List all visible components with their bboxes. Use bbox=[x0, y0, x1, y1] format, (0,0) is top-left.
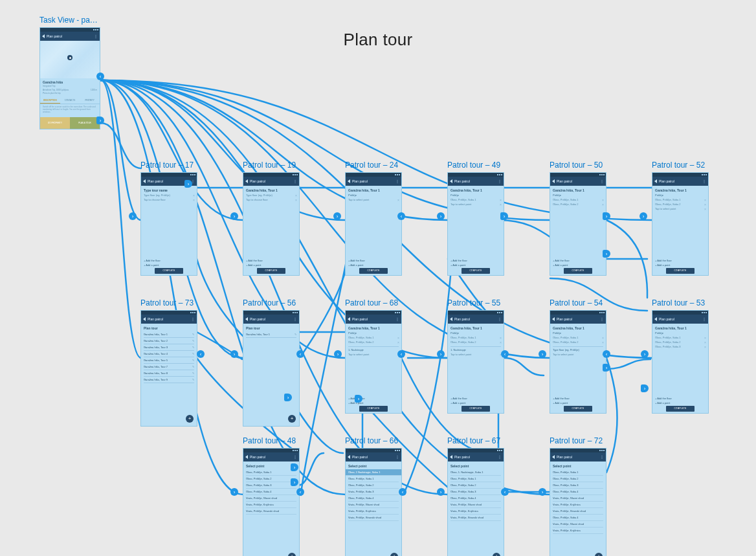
complete-button[interactable]: COMPLETE bbox=[257, 268, 285, 274]
fab-add-button[interactable]: + bbox=[595, 553, 603, 556]
menu-icon[interactable]: ⋮ bbox=[395, 179, 399, 183]
complete-button[interactable]: COMPLETE bbox=[155, 268, 183, 274]
connection-port[interactable] bbox=[96, 117, 104, 124]
select-item[interactable]: Vrata, Pritličje, Stranski vhod bbox=[348, 515, 399, 521]
fab-add-button[interactable]: + bbox=[288, 553, 296, 556]
connection-port[interactable] bbox=[397, 212, 405, 220]
field-row[interactable]: Tap to select point bbox=[348, 198, 399, 201]
menu-icon[interactable]: ⋮ bbox=[94, 34, 98, 38]
select-item[interactable]: Okno, Pritličje, Soba 2 bbox=[450, 482, 501, 489]
field-row[interactable]: Okno, Pritličje, Soba 2 bbox=[655, 340, 706, 344]
back-icon[interactable] bbox=[450, 179, 452, 183]
add-point-link[interactable]: + Add a point bbox=[553, 263, 603, 267]
connection-port[interactable] bbox=[603, 212, 610, 220]
connection-port[interactable] bbox=[230, 488, 238, 496]
connection-port[interactable] bbox=[437, 212, 445, 220]
menu-icon[interactable]: ⋮ bbox=[395, 317, 399, 321]
edit-icon[interactable]: ✎ bbox=[192, 378, 194, 381]
complete-button[interactable]: COMPLETE bbox=[461, 406, 490, 412]
menu-icon[interactable]: ⋮ bbox=[702, 317, 706, 321]
mobile-screen[interactable]: Plan patrol⋮ Garažna hiša, Tour 1Pritlič… bbox=[447, 310, 504, 414]
field-row[interactable]: Tap to choose floor bbox=[144, 198, 194, 201]
action-button-right[interactable]: PLAN A TOUR bbox=[70, 117, 100, 129]
field-row[interactable]: Type floor (eg. Pritličje) bbox=[246, 194, 296, 197]
add-floor-link[interactable]: + Add the floor bbox=[450, 397, 501, 400]
list-item[interactable]: Garažna hiša, Tour 7✎ bbox=[144, 364, 194, 370]
field-row[interactable]: Okno, Pritličje, Soba 2 bbox=[553, 340, 603, 344]
edit-icon[interactable]: ✎ bbox=[192, 352, 194, 355]
select-item[interactable]: Vrata, Pritličje, Soba 3 bbox=[348, 489, 399, 495]
add-point-link[interactable]: + Add a point bbox=[553, 401, 603, 405]
select-item[interactable]: Okno, 1. Nadstropje, Soba 1 bbox=[450, 469, 501, 476]
add-point-link[interactable]: + Add a point bbox=[655, 263, 706, 267]
connection-port[interactable] bbox=[296, 350, 304, 358]
select-item[interactable]: Okno, Pritličje, Soba 4 bbox=[553, 515, 603, 521]
select-item[interactable]: Okno, Pritličje, Soba 2 bbox=[348, 482, 399, 489]
connection-port[interactable] bbox=[284, 394, 292, 401]
select-item[interactable]: Vrata, Pritličje, Glavni vhod bbox=[553, 495, 603, 502]
add-floor-link[interactable]: + Add the floor bbox=[553, 397, 603, 400]
connection-port[interactable] bbox=[539, 350, 546, 358]
list-item[interactable]: Garažna hiša, Tour 8✎ bbox=[144, 370, 194, 377]
menu-icon[interactable]: ⋮ bbox=[600, 317, 604, 321]
menu-icon[interactable]: ⋮ bbox=[293, 179, 297, 183]
mobile-screen[interactable]: Plan patrol⋮ Garažna hiša, Tour 1Pritlič… bbox=[652, 172, 709, 276]
connection-port[interactable] bbox=[639, 212, 647, 220]
back-icon[interactable] bbox=[245, 455, 248, 459]
select-item[interactable]: Okno, Pritličje, Soba 2 bbox=[246, 476, 296, 482]
select-item[interactable]: Okno, Pritličje, Soba 4 bbox=[450, 495, 501, 502]
field-row[interactable]: Okno, Pritličje, Soba 3 bbox=[655, 345, 706, 348]
connection-port[interactable] bbox=[96, 72, 104, 80]
tab-priority[interactable]: PRIORITY bbox=[80, 98, 100, 104]
connection-port[interactable] bbox=[184, 180, 192, 188]
complete-button[interactable]: COMPLETE bbox=[666, 406, 695, 412]
mobile-screen[interactable]: Plan patrol⋮ Select pointOkno, 1 Nadstro… bbox=[345, 448, 402, 556]
complete-button[interactable]: COMPLETE bbox=[666, 268, 695, 274]
connection-port[interactable] bbox=[437, 488, 445, 496]
add-floor-link[interactable]: + Add the floor bbox=[655, 259, 706, 262]
field-row[interactable]: Okno, Pritličje, Soba 2 bbox=[450, 340, 501, 344]
back-icon[interactable] bbox=[552, 317, 555, 321]
complete-button[interactable]: COMPLETE bbox=[359, 406, 388, 412]
menu-icon[interactable]: ⋮ bbox=[702, 179, 706, 183]
complete-button[interactable]: COMPLETE bbox=[564, 268, 592, 274]
mobile-screen[interactable]: Plan patrol⋮ Garažna hiša, Tour 1Pritlič… bbox=[345, 172, 402, 276]
select-item[interactable]: Okno, Pritličje, Soba 3 bbox=[553, 482, 603, 489]
map-view[interactable] bbox=[40, 41, 100, 78]
select-item[interactable]: Vrata, Pritličje, Stranski vhod bbox=[246, 508, 296, 515]
select-item[interactable]: Vrata, Pritličje, Stranski vhod bbox=[450, 515, 501, 521]
field-row[interactable]: Tap to choose floor bbox=[246, 198, 296, 201]
back-icon[interactable] bbox=[143, 179, 146, 183]
field-row[interactable]: Okno, Pritličje, Soba 1 bbox=[553, 198, 603, 201]
back-icon[interactable] bbox=[552, 455, 555, 459]
menu-icon[interactable]: ⋮ bbox=[498, 179, 502, 183]
edit-icon[interactable]: ✎ bbox=[192, 365, 194, 368]
select-item[interactable]: Okno, Pritličje, Soba 3 bbox=[450, 489, 501, 495]
select-item[interactable]: Okno, Pritličje, Soba 1 bbox=[246, 469, 296, 476]
fab-add-button[interactable]: + bbox=[390, 553, 398, 556]
list-item[interactable]: Garažna hiša, Tour 3✎ bbox=[144, 344, 194, 351]
connection-port[interactable] bbox=[437, 350, 445, 358]
select-item[interactable]: Vrata, Pritličje, Knjižnica bbox=[553, 528, 603, 534]
edit-icon[interactable]: ✎ bbox=[192, 359, 194, 362]
back-icon[interactable] bbox=[552, 179, 555, 183]
select-item[interactable]: Okno, Pritličje, Soba 4 bbox=[348, 495, 399, 502]
menu-icon[interactable]: ⋮ bbox=[600, 179, 604, 183]
connection-port[interactable] bbox=[230, 350, 238, 358]
connection-port[interactable] bbox=[355, 395, 362, 403]
connection-port[interactable] bbox=[603, 250, 610, 258]
fab-add-button[interactable]: + bbox=[186, 415, 194, 423]
select-item[interactable]: Okno, Pritličje, Soba 2 bbox=[553, 476, 603, 482]
list-item[interactable]: Garažna hiša, Tour 1✎ bbox=[246, 331, 296, 338]
connection-port[interactable] bbox=[291, 478, 298, 486]
select-item[interactable]: Okno, Pritličje, Soba 1 bbox=[450, 476, 501, 482]
mobile-screen[interactable]: Plan patrol⋮ Plan tourGaražna hiša, Tour… bbox=[140, 310, 197, 427]
select-item[interactable]: Vrata, Pritličje, Glavni vhod bbox=[348, 502, 399, 508]
fab-add-button[interactable]: + bbox=[493, 553, 500, 556]
field-row[interactable]: Okno, Pritličje, Soba 2 bbox=[655, 203, 706, 206]
field-row[interactable]: Okno, Pritličje, Soba 1 bbox=[450, 198, 501, 201]
complete-button[interactable]: COMPLETE bbox=[564, 406, 592, 412]
connection-port[interactable] bbox=[603, 364, 610, 372]
tab-contacts[interactable]: CONTACTS bbox=[60, 98, 80, 104]
back-icon[interactable] bbox=[245, 179, 248, 183]
